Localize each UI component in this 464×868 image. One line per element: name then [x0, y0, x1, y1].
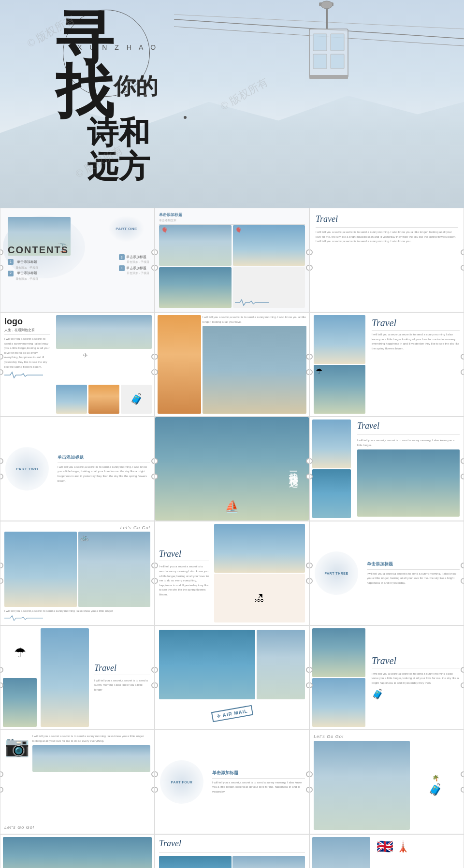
- camera-lets-go: Let's Go Go!: [4, 825, 150, 830]
- slide-part-four: PART FOUR 单击添加标题 I will tell you a secre…: [155, 730, 309, 834]
- multi-photo-1: [312, 420, 351, 468]
- last-photo-1: [159, 856, 232, 868]
- logo-photo-b2: [88, 385, 119, 414]
- umbrella-deco-2: ☂: [3, 628, 37, 677]
- hero-dot-1: [144, 94, 147, 97]
- photo-2: 🎈: [233, 225, 305, 266]
- logo-tagline: 人生，在遇到他之前: [4, 328, 50, 333]
- slide-camera: 📷 I will tell you a secret a secret is t…: [0, 730, 155, 834]
- slide-travel-beach-ball: Travel I will tell you a secret a secret…: [155, 521, 309, 625]
- multi-body: I will tell you a secret,a secret is to …: [357, 438, 460, 448]
- lets-go-label: Let's Go Go!: [4, 525, 150, 530]
- slide-contents: 🚡 CONTENTS 1单击添加标题 日击添加 - 子项目 2单击添加标题 日击…: [0, 208, 155, 312]
- last-photo-2: [232, 856, 305, 868]
- slide-air-mail: ✈ AIR MAIL: [155, 625, 309, 730]
- boat-sea-photo: [3, 837, 152, 868]
- last-travel-heading: Travel: [159, 839, 305, 849]
- sunset-photo: [158, 315, 201, 414]
- slide-part-two: PART TWO 单击添加标题 I will tell you a secret…: [0, 417, 155, 521]
- uk-flag-area: 🇬🇧 🗼: [377, 839, 460, 854]
- slide-uk: 🇬🇧 🗼 🚌 STAMP: [309, 834, 464, 868]
- photo-4: [233, 267, 305, 308]
- city-photo-2: 🚲: [78, 532, 151, 607]
- hero-sub2: 诗和: [87, 116, 150, 151]
- svg-point-5: [321, 1, 333, 9]
- svg-line-2: [174, 14, 464, 29]
- svg-rect-11: [309, 75, 348, 79]
- sunset-body: I will tell you a secret,a secret is to …: [203, 315, 306, 324]
- logo-body: I will tell you a secret a secret to sen…: [4, 337, 50, 369]
- slide-part-three: PART THREE 单击添加标题 I will tell you a secr…: [309, 521, 464, 625]
- airmail-photo-2: [257, 630, 305, 699]
- sea-right-body: I will tell you a secret,a secret is to …: [372, 672, 460, 686]
- slide-travel-sunset: I will tell you a secret,a secret is to …: [155, 312, 309, 417]
- photo-1: 🎈: [159, 225, 232, 266]
- part-two-badge: PART TWO: [5, 447, 49, 491]
- umbrella2-photo-2: [41, 628, 89, 727]
- multi-photo-3: [357, 449, 460, 517]
- slide-suitcase-right: Let's Go Go! 🌴 🧳: [309, 730, 464, 834]
- part-four-badge: PART FOUR: [160, 760, 203, 804]
- umbrella2-body: I will tell you a secret,a secret is to …: [94, 679, 150, 693]
- beach-travel-heading: Travel: [159, 549, 209, 559]
- beach-photo-1: [214, 524, 305, 573]
- boat-icon: ⛵: [225, 500, 239, 513]
- part-four-body: I will tell you a secret,a secret is to …: [212, 781, 305, 795]
- sea-right-heading: Travel: [372, 655, 460, 666]
- hero-title-1: 寻: [56, 10, 114, 68]
- logo-photo-top: [56, 315, 152, 349]
- slide-boat: ⛵: [0, 834, 155, 868]
- slide-lets-go-city: Let's Go Go! 🚲 I will tell you a secret,…: [0, 521, 155, 625]
- airmail-photo-1: [159, 630, 255, 699]
- part-three-badge: PART THREE: [315, 551, 358, 595]
- hero-dot-2: [184, 116, 187, 119]
- hero-sub3: 远方: [87, 150, 150, 185]
- umbrella-body: I will tell you a secret,a secret is to …: [372, 333, 460, 351]
- svg-rect-10: [331, 54, 344, 69]
- umbrella-travel-heading: Travel: [372, 318, 460, 329]
- paper-plane-icon: ✈: [83, 351, 88, 359]
- part-three-body: I will tell you a secret,a secret is to …: [367, 572, 460, 586]
- slide-travel-sea-right: Travel I will tell you a secret,a secret…: [309, 625, 464, 730]
- logo-photo-b1: [56, 385, 87, 414]
- part-four-title: 单击添加标题: [212, 770, 305, 776]
- city-body: I will tell you a secret,a secret to sen…: [4, 609, 150, 614]
- contents-items: 1单击添加标题 日击添加 - 子项目 2单击添加标题 日击添加 - 子项目: [8, 259, 38, 282]
- slide-sea-full: ⛵ 三找诗和远: [155, 417, 309, 521]
- svg-rect-9: [313, 54, 327, 69]
- travel-heading-1: Travel: [316, 214, 458, 224]
- slide2-sub: 单击添加文本: [159, 218, 305, 223]
- svg-rect-7: [313, 34, 327, 51]
- uk-city-photo: [312, 837, 370, 868]
- slide-logo: logo 人生，在遇到他之前 I will tell you a secret …: [0, 312, 155, 417]
- multi-travel-heading: Travel: [357, 421, 460, 431]
- umbrella2-photo-1: [3, 678, 37, 727]
- suitcase-lets-go: Let's Go Go!: [314, 734, 460, 739]
- luggage-deco: 🧳: [372, 688, 460, 700]
- slide-travel-last: Travel: [155, 834, 309, 868]
- logo-text: logo: [4, 317, 50, 327]
- hero-sub1: 你的: [114, 72, 158, 101]
- camera-photo: [32, 745, 150, 772]
- multi-photo-2: [312, 469, 351, 518]
- part-two-body: I will tell you a secret,a secret is to …: [58, 465, 150, 483]
- part-two-title: 单击添加标题: [58, 454, 150, 461]
- slide-travel-umbrella: ☂ Travel I will tell you a secret,a secr…: [309, 312, 464, 417]
- svg-rect-8: [331, 34, 344, 51]
- sea-right-photo-1: [312, 628, 365, 677]
- sea-cn-text: 三找诗和远: [288, 464, 299, 474]
- part-three-title: 单击添加标题: [367, 561, 460, 567]
- camera-icon: 📷: [4, 734, 29, 758]
- umbrella-photo-1: [314, 315, 365, 364]
- beach-ball-deco: 🏖: [214, 574, 305, 622]
- umbrella-photo-2: ☂: [314, 365, 365, 414]
- hero-section: X U N Z H A O 寻 找 你的 诗和 远方 © 版权所有 © 版权所有…: [0, 0, 464, 208]
- slide-grid: 🚡 CONTENTS 1单击添加标题 日击添加 - 子项目 2单击添加标题 日击…: [0, 208, 464, 868]
- slide-sea-multi: Travel I will tell you a secret,a secret…: [309, 417, 464, 521]
- travel-body-1: I will tell you a secret,a secret is to …: [316, 230, 458, 244]
- sea-right-photo-2: [312, 678, 365, 727]
- slide-travel-1: Travel I will tell you a secret,a secret…: [309, 208, 464, 312]
- dock-photo: [203, 326, 306, 414]
- city-photo-1: [4, 532, 77, 607]
- umbrella2-heading: Travel: [94, 663, 150, 673]
